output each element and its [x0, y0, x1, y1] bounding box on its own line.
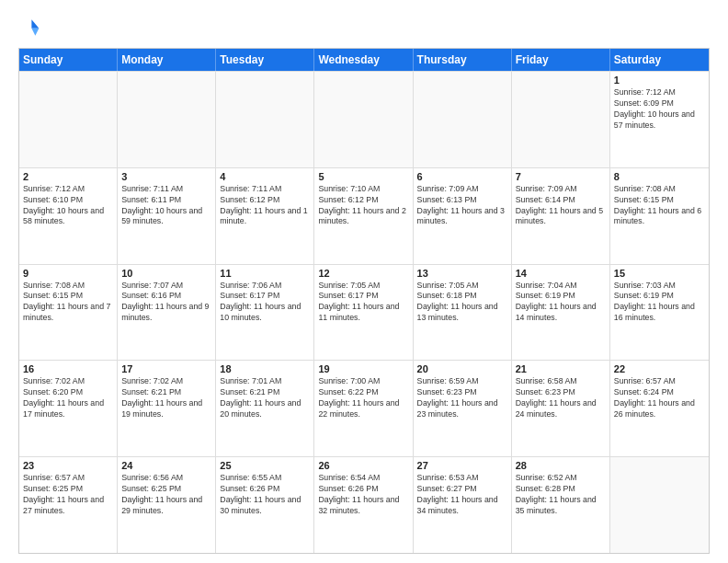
calendar: SundayMondayTuesdayWednesdayThursdayFrid…: [18, 48, 710, 554]
day-number: 6: [417, 171, 507, 182]
day-cell-17: 17Sunrise: 7:02 AM Sunset: 6:21 PM Dayli…: [118, 361, 216, 456]
day-cell-26: 26Sunrise: 6:54 AM Sunset: 6:26 PM Dayli…: [314, 457, 413, 553]
day-info: Sunrise: 7:08 AM Sunset: 6:15 PM Dayligh…: [614, 184, 705, 228]
logo-icon: [18, 17, 40, 39]
day-number: 16: [23, 363, 113, 374]
day-cell-2: 2Sunrise: 7:12 AM Sunset: 6:10 PM Daylig…: [19, 168, 118, 264]
day-info: Sunrise: 7:00 AM Sunset: 6:22 PM Dayligh…: [318, 376, 408, 420]
header-day-tuesday: Tuesday: [216, 49, 314, 71]
day-info: Sunrise: 7:03 AM Sunset: 6:19 PM Dayligh…: [614, 281, 705, 325]
day-number: 12: [318, 268, 408, 279]
header-day-friday: Friday: [512, 49, 610, 71]
day-info: Sunrise: 7:08 AM Sunset: 6:15 PM Dayligh…: [23, 281, 113, 325]
day-cell-13: 13Sunrise: 7:05 AM Sunset: 6:18 PM Dayli…: [414, 265, 512, 361]
calendar-week-4: 16Sunrise: 7:02 AM Sunset: 6:20 PM Dayli…: [19, 360, 709, 456]
day-number: 13: [417, 268, 507, 279]
day-number: 1: [614, 75, 705, 86]
day-info: Sunrise: 6:54 AM Sunset: 6:26 PM Dayligh…: [318, 473, 408, 517]
day-info: Sunrise: 7:09 AM Sunset: 6:14 PM Dayligh…: [516, 184, 606, 228]
day-info: Sunrise: 6:53 AM Sunset: 6:27 PM Dayligh…: [417, 473, 507, 517]
day-cell-8: 8Sunrise: 7:08 AM Sunset: 6:15 PM Daylig…: [610, 168, 709, 264]
day-number: 24: [121, 460, 211, 471]
empty-cell: [314, 72, 413, 167]
day-cell-10: 10Sunrise: 7:07 AM Sunset: 6:16 PM Dayli…: [118, 265, 216, 361]
day-cell-25: 25Sunrise: 6:55 AM Sunset: 6:26 PM Dayli…: [216, 457, 314, 553]
empty-cell: [414, 72, 512, 167]
header: [18, 17, 710, 39]
day-cell-3: 3Sunrise: 7:11 AM Sunset: 6:11 PM Daylig…: [118, 168, 216, 264]
day-number: 9: [23, 268, 113, 279]
day-number: 2: [23, 171, 113, 182]
day-info: Sunrise: 6:58 AM Sunset: 6:23 PM Dayligh…: [516, 376, 606, 420]
day-number: 18: [220, 363, 310, 374]
day-cell-7: 7Sunrise: 7:09 AM Sunset: 6:14 PM Daylig…: [512, 168, 610, 264]
day-info: Sunrise: 7:06 AM Sunset: 6:17 PM Dayligh…: [220, 281, 310, 325]
day-number: 19: [318, 363, 408, 374]
empty-cell: [19, 72, 118, 167]
calendar-week-2: 2Sunrise: 7:12 AM Sunset: 6:10 PM Daylig…: [19, 167, 709, 264]
day-info: Sunrise: 7:02 AM Sunset: 6:21 PM Dayligh…: [121, 376, 211, 420]
day-info: Sunrise: 7:12 AM Sunset: 6:10 PM Dayligh…: [23, 184, 113, 228]
day-cell-22: 22Sunrise: 6:57 AM Sunset: 6:24 PM Dayli…: [610, 361, 709, 456]
day-number: 11: [220, 268, 310, 279]
day-number: 22: [614, 363, 705, 374]
day-number: 21: [516, 363, 606, 374]
day-number: 10: [121, 268, 211, 279]
day-info: Sunrise: 7:11 AM Sunset: 6:12 PM Dayligh…: [220, 184, 310, 228]
day-cell-20: 20Sunrise: 6:59 AM Sunset: 6:23 PM Dayli…: [414, 361, 512, 456]
day-number: 8: [614, 171, 705, 182]
day-info: Sunrise: 7:04 AM Sunset: 6:19 PM Dayligh…: [516, 281, 606, 325]
day-info: Sunrise: 7:09 AM Sunset: 6:13 PM Dayligh…: [417, 184, 507, 228]
day-info: Sunrise: 7:05 AM Sunset: 6:18 PM Dayligh…: [417, 281, 507, 325]
day-info: Sunrise: 7:02 AM Sunset: 6:20 PM Dayligh…: [23, 376, 113, 420]
day-cell-21: 21Sunrise: 6:58 AM Sunset: 6:23 PM Dayli…: [512, 361, 610, 456]
header-day-wednesday: Wednesday: [314, 49, 413, 71]
day-cell-19: 19Sunrise: 7:00 AM Sunset: 6:22 PM Dayli…: [314, 361, 413, 456]
empty-cell: [118, 72, 216, 167]
calendar-week-3: 9Sunrise: 7:08 AM Sunset: 6:15 PM Daylig…: [19, 264, 709, 361]
day-cell-23: 23Sunrise: 6:57 AM Sunset: 6:25 PM Dayli…: [19, 457, 118, 553]
day-cell-18: 18Sunrise: 7:01 AM Sunset: 6:21 PM Dayli…: [216, 361, 314, 456]
calendar-header: SundayMondayTuesdayWednesdayThursdayFrid…: [19, 49, 709, 71]
day-cell-28: 28Sunrise: 6:52 AM Sunset: 6:28 PM Dayli…: [512, 457, 610, 553]
day-number: 20: [417, 363, 507, 374]
day-cell-1: 1Sunrise: 7:12 AM Sunset: 6:09 PM Daylig…: [610, 72, 709, 167]
day-info: Sunrise: 7:07 AM Sunset: 6:16 PM Dayligh…: [121, 281, 211, 325]
day-info: Sunrise: 6:57 AM Sunset: 6:24 PM Dayligh…: [614, 376, 705, 420]
svg-marker-0: [31, 19, 39, 29]
day-cell-16: 16Sunrise: 7:02 AM Sunset: 6:20 PM Dayli…: [19, 361, 118, 456]
day-cell-27: 27Sunrise: 6:53 AM Sunset: 6:27 PM Dayli…: [414, 457, 512, 553]
day-cell-11: 11Sunrise: 7:06 AM Sunset: 6:17 PM Dayli…: [216, 265, 314, 361]
day-info: Sunrise: 6:57 AM Sunset: 6:25 PM Dayligh…: [23, 473, 113, 517]
day-number: 4: [220, 171, 310, 182]
svg-marker-1: [31, 29, 39, 36]
day-cell-24: 24Sunrise: 6:56 AM Sunset: 6:25 PM Dayli…: [118, 457, 216, 553]
page: SundayMondayTuesdayWednesdayThursdayFrid…: [0, 0, 728, 563]
header-day-monday: Monday: [118, 49, 216, 71]
day-info: Sunrise: 7:12 AM Sunset: 6:09 PM Dayligh…: [614, 87, 705, 132]
empty-cell: [216, 72, 314, 167]
day-info: Sunrise: 7:11 AM Sunset: 6:11 PM Dayligh…: [121, 184, 211, 228]
day-number: 7: [516, 171, 606, 182]
header-day-sunday: Sunday: [19, 49, 118, 71]
day-cell-9: 9Sunrise: 7:08 AM Sunset: 6:15 PM Daylig…: [19, 265, 118, 361]
day-number: 15: [614, 268, 705, 279]
day-number: 14: [516, 268, 606, 279]
day-info: Sunrise: 6:59 AM Sunset: 6:23 PM Dayligh…: [417, 376, 507, 420]
day-cell-4: 4Sunrise: 7:11 AM Sunset: 6:12 PM Daylig…: [216, 168, 314, 264]
day-number: 28: [516, 460, 606, 471]
day-cell-12: 12Sunrise: 7:05 AM Sunset: 6:17 PM Dayli…: [314, 265, 413, 361]
empty-cell: [610, 457, 709, 553]
day-cell-5: 5Sunrise: 7:10 AM Sunset: 6:12 PM Daylig…: [314, 168, 413, 264]
day-number: 23: [23, 460, 113, 471]
day-number: 5: [318, 171, 408, 182]
day-info: Sunrise: 7:10 AM Sunset: 6:12 PM Dayligh…: [318, 184, 408, 228]
day-info: Sunrise: 7:05 AM Sunset: 6:17 PM Dayligh…: [318, 281, 408, 325]
empty-cell: [512, 72, 610, 167]
day-number: 17: [121, 363, 211, 374]
day-number: 3: [121, 171, 211, 182]
calendar-week-1: 1Sunrise: 7:12 AM Sunset: 6:09 PM Daylig…: [19, 71, 709, 167]
day-cell-14: 14Sunrise: 7:04 AM Sunset: 6:19 PM Dayli…: [512, 265, 610, 361]
day-info: Sunrise: 6:56 AM Sunset: 6:25 PM Dayligh…: [121, 473, 211, 517]
day-number: 25: [220, 460, 310, 471]
